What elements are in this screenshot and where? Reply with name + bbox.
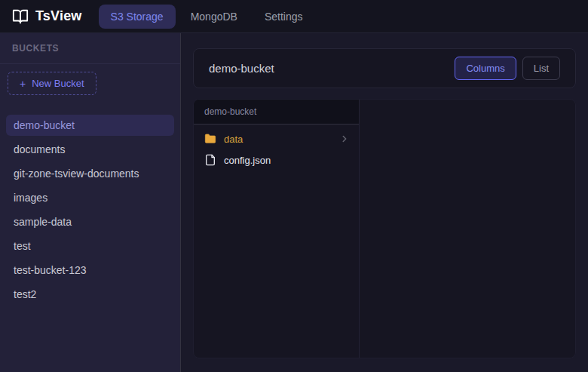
new-bucket-button[interactable]: + New Bucket: [8, 72, 96, 95]
app-window: TsView S3 Storage MongoDB Settings BUCKE…: [0, 0, 588, 372]
file-explorer-panel: demo-bucket data: [193, 99, 576, 358]
folder-row-data[interactable]: data: [194, 128, 359, 149]
sidebar-item-test[interactable]: test: [6, 235, 174, 257]
buckets-section-title: BUCKETS: [0, 33, 180, 64]
bucket-list: demo-bucket documents git-zone-tsview-do…: [0, 109, 180, 314]
file-row-config-json[interactable]: config.json: [194, 149, 359, 171]
list-view-button[interactable]: List: [522, 57, 560, 80]
bucket-toolbar: demo-bucket Columns List: [193, 48, 576, 88]
sidebar-item-test2[interactable]: test2: [6, 284, 174, 305]
chevron-right-icon: [339, 134, 350, 144]
sidebar-item-sample-data[interactable]: sample-data: [6, 211, 174, 232]
bucket-title: demo-bucket: [209, 62, 455, 75]
sidebar-item-test-bucket-123[interactable]: test-bucket-123: [6, 260, 174, 281]
file-icon: [204, 154, 216, 166]
tab-s3-storage[interactable]: S3 Storage: [99, 5, 176, 29]
explorer-column-demo-bucket: demo-bucket data: [194, 100, 360, 358]
sidebar-item-documents[interactable]: documents: [6, 139, 174, 160]
app-logo: TsView: [12, 8, 82, 25]
column-header: demo-bucket: [194, 100, 359, 125]
tab-mongodb[interactable]: MongoDB: [179, 5, 250, 29]
buckets-sidebar: BUCKETS + New Bucket demo-bucket documen…: [0, 33, 181, 372]
plus-icon: +: [20, 78, 26, 89]
new-bucket-label: New Bucket: [32, 78, 84, 89]
folder-name: data: [224, 134, 332, 145]
folder-icon: [204, 133, 216, 145]
app-header: TsView S3 Storage MongoDB Settings: [0, 0, 588, 33]
sidebar-item-git-zone-tsview-documents[interactable]: git-zone-tsview-documents: [6, 163, 174, 184]
column-rows: data: [194, 125, 359, 171]
main-panel: demo-bucket Columns List demo-bucket: [181, 33, 588, 372]
app-title: TsView: [35, 8, 82, 24]
main-nav-tabs: S3 Storage MongoDB Settings: [99, 5, 315, 29]
columns-view-button[interactable]: Columns: [455, 57, 516, 80]
file-name: config.json: [224, 155, 350, 166]
sidebar-item-demo-bucket[interactable]: demo-bucket: [6, 115, 174, 136]
tab-settings[interactable]: Settings: [253, 5, 315, 29]
new-bucket-container: + New Bucket: [0, 64, 180, 103]
content-row: BUCKETS + New Bucket demo-bucket documen…: [0, 33, 588, 372]
sidebar-item-images[interactable]: images: [6, 187, 174, 208]
book-open-icon: [12, 8, 29, 25]
